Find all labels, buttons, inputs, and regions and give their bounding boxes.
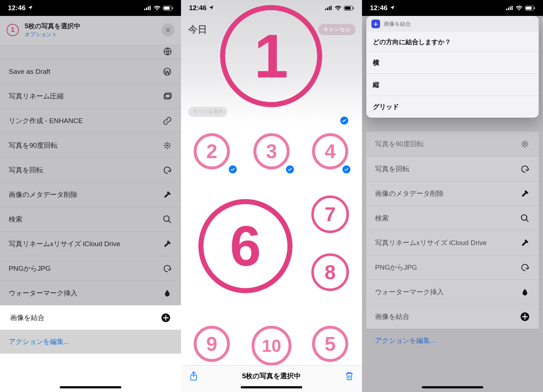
battery-icon [525, 6, 535, 10]
list-item: 検索 [366, 206, 539, 230]
sync-icon [520, 262, 530, 273]
home-indicator[interactable] [60, 386, 121, 388]
home-indicator[interactable] [241, 386, 302, 388]
home-indicator[interactable] [422, 386, 483, 388]
list-item: 画像のメタデータ削除 [366, 181, 539, 206]
search-icon [520, 213, 530, 223]
list-item[interactable]: 写真を回転 [0, 157, 181, 182]
list-item[interactable]: リンク作成 - ENHANCE [0, 108, 181, 133]
list-item[interactable]: 画像のメタデータ削除 [0, 182, 181, 207]
action-label: Save as Draft [9, 68, 157, 76]
photo-thumbnail-10[interactable]: 10 [252, 326, 291, 366]
svg-point-11 [167, 144, 168, 146]
sync-icon [520, 164, 530, 174]
svg-rect-24 [510, 7, 511, 10]
edit-actions-link: アクションを編集... [366, 329, 539, 353]
photo-thumbnail-7[interactable]: 7 [311, 195, 349, 233]
svg-rect-25 [512, 6, 513, 10]
images-icon [162, 91, 172, 101]
list-item[interactable]: 写真を90度回転 [0, 133, 181, 157]
action-label: 画像のメタデータ削除 [9, 190, 157, 199]
plus-circle-icon [520, 312, 530, 322]
drop-icon [520, 287, 530, 297]
share-action-list-bg: 写真を90度回転 写真を回転 画像のメタデータ削除 検索 写真リネームxリサイズ… [366, 132, 539, 353]
edit-actions-link[interactable]: アクションを編集... [0, 330, 181, 354]
location-icon [28, 4, 33, 12]
svg-rect-19 [345, 7, 351, 9]
selection-count-badge: 1 [7, 24, 19, 36]
action-label: PNGからJPG [9, 264, 157, 273]
svg-rect-1 [146, 8, 147, 10]
screen-direction-prompt: 12:46 写真を90度回転 写真を回転 画像のメタデータ削除 検索 写真リネー… [362, 0, 543, 392]
list-item: PNGからJPG [366, 255, 539, 279]
photo-thumbnail-5[interactable]: 5 [312, 326, 348, 362]
photo-thumbnail-8[interactable]: 8 [311, 253, 349, 291]
svg-rect-5 [164, 7, 170, 9]
shortcut-app-icon: ＋ [371, 20, 380, 28]
option-horizontal[interactable]: 横 [366, 51, 539, 73]
photo-thumbnail-4[interactable]: 4 [312, 133, 348, 169]
svg-rect-20 [353, 7, 354, 9]
globe-icon [163, 47, 172, 58]
selected-check-icon [342, 165, 351, 174]
list-item: 写真を回転 [366, 156, 539, 181]
hammer-icon [520, 189, 530, 199]
svg-rect-3 [150, 6, 151, 10]
signal-icon [506, 6, 513, 10]
photo-thumbnail-1[interactable]: 1 [220, 5, 322, 107]
svg-rect-27 [526, 7, 532, 9]
sheet-header: ＋ 画像を結合 [366, 16, 539, 32]
list-item: 画像を結合 [366, 304, 539, 329]
share-button[interactable] [189, 371, 198, 381]
status-time: 12:46 [189, 4, 207, 12]
list-item[interactable] [0, 45, 181, 59]
action-label: 画像を結合 [10, 313, 156, 323]
plus-circle-icon [161, 313, 171, 323]
svg-rect-0 [144, 9, 145, 10]
sparkle-icon [520, 139, 530, 149]
option-vertical[interactable]: 縦 [366, 73, 539, 96]
photo-thumbnail-9[interactable]: 9 [194, 326, 230, 362]
close-button[interactable] [161, 24, 174, 37]
action-label: 写真を回転 [9, 165, 157, 175]
list-item[interactable]: 写真リネーム圧縮 [0, 84, 181, 108]
sheet-question: どの方向に結合しますか？ [366, 32, 539, 51]
list-item[interactable]: 検索 [0, 207, 181, 231]
svg-rect-28 [534, 7, 535, 9]
status-bar: 12:46 [362, 0, 543, 16]
list-item[interactable]: PNGからJPG [0, 256, 181, 281]
direction-action-sheet: ＋ 画像を結合 どの方向に結合しますか？ 横 縦 グリッド [366, 16, 539, 118]
action-label: 写真を90度回転 [9, 141, 157, 150]
location-icon [390, 4, 395, 12]
drop-icon [162, 288, 172, 298]
svg-point-29 [524, 143, 526, 145]
list-item[interactable]: ウォーターマーク挿入 [0, 281, 181, 305]
svg-rect-6 [172, 7, 173, 9]
hammer-icon [162, 190, 172, 200]
list-item[interactable]: Save as Draft [0, 59, 181, 84]
signal-icon [144, 6, 151, 10]
svg-rect-2 [148, 7, 149, 10]
share-action-list[interactable]: Save as Draft 写真リネーム圧縮 リンク作成 - ENHANCE 写… [0, 45, 181, 305]
hammer-icon [162, 239, 172, 249]
status-time: 12:46 [8, 4, 26, 12]
svg-rect-16 [329, 7, 330, 10]
photo-thumbnail-2[interactable]: 2 [194, 133, 230, 169]
location-icon [209, 4, 214, 12]
option-grid[interactable]: グリッド [366, 96, 539, 118]
svg-point-12 [164, 216, 169, 221]
options-link[interactable]: オプション [25, 31, 56, 38]
share-sheet-body: 1 5枚の写真を選択中 オプション Save as Draft 写真リネーム圧縮 [0, 16, 181, 392]
photo-thumbnail-6[interactable]: 6 [198, 199, 292, 293]
wifi-icon [154, 6, 160, 10]
photo-thumbnail-3[interactable]: 3 [253, 133, 290, 169]
delete-button[interactable] [345, 371, 354, 381]
screen-photo-select: 12:46 今日 キャンセル すべてを選択 1 2 3 4 [181, 0, 362, 392]
photo-gallery[interactable]: 1 2 3 4 6 7 8 9 10 5 [181, 0, 362, 365]
selected-check-icon [285, 165, 295, 174]
list-item[interactable]: 写真リネームxリサイズ iCloud Drive [0, 231, 181, 256]
svg-rect-15 [327, 8, 328, 10]
list-item-highlighted[interactable]: 画像を結合 [1, 305, 180, 330]
status-bar: 12:46 [181, 0, 362, 16]
svg-rect-22 [506, 9, 507, 10]
